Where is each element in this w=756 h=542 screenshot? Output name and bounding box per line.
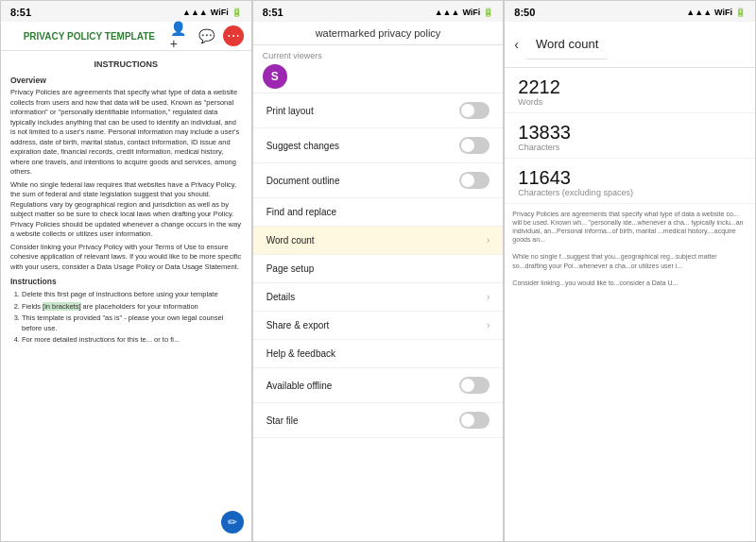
- edit-fab[interactable]: ✏: [221, 511, 244, 534]
- list-item: Fields [in brackets] are placeholders fo…: [22, 302, 242, 313]
- status-bar-1: 8:51 ▲▲▲ WiFi 🔋: [1, 1, 251, 22]
- menu-list: Print layout Suggest changes Document ou…: [253, 93, 504, 438]
- screen1-document: 8:51 ▲▲▲ WiFi 🔋 PRIVACY POLICY TEMPLATE …: [0, 0, 252, 542]
- viewer-avatar: S: [263, 64, 287, 89]
- menu-label: Share & export: [266, 320, 330, 330]
- doc-outline-toggle[interactable]: [459, 172, 490, 189]
- words-count: 2212: [518, 77, 742, 96]
- menu-item-doc-outline[interactable]: Document outline: [253, 163, 504, 198]
- wordcount-title: Word count: [526, 29, 608, 59]
- menu-label: Document outline: [266, 176, 340, 186]
- status-bar-2: 8:51 ▲▲▲ WiFi 🔋: [253, 1, 504, 22]
- menu-item-find-replace[interactable]: Find and replace: [253, 198, 504, 227]
- screen2-menu: 8:51 ▲▲▲ WiFi 🔋 watermarked privacy poli…: [252, 0, 505, 542]
- battery-icon-3: 🔋: [735, 8, 746, 17]
- chars-no-spaces-count: 11643: [518, 168, 742, 187]
- instructions-list: Delete this first page of instructions b…: [10, 290, 242, 346]
- screen3-wordcount: 8:50 ▲▲▲ WiFi 🔋 ‹ Word count 2212 Words …: [504, 0, 756, 542]
- menu-item-print-layout[interactable]: Print layout: [253, 93, 504, 128]
- doc-preview: Privacy Policies are agreements that spe…: [505, 204, 755, 541]
- time-3: 8:50: [514, 7, 535, 18]
- doc-title: PRIVACY POLICY TEMPLATE: [9, 31, 170, 42]
- wifi-icon: WiFi: [211, 8, 229, 17]
- menu-label: Suggest changes: [266, 141, 339, 151]
- menu-label: Word count: [266, 235, 315, 246]
- chevron-icon-3: ›: [487, 320, 490, 330]
- chars-label: Characters: [518, 143, 742, 152]
- comment-icon[interactable]: 💬: [197, 25, 217, 46]
- suggest-changes-toggle[interactable]: [459, 137, 490, 154]
- time-1: 8:51: [10, 7, 31, 18]
- status-bar-3: 8:50 ▲▲▲ WiFi 🔋: [505, 1, 755, 22]
- list-item: This template is provided "as is" - plea…: [22, 313, 242, 333]
- menu-label: Star file: [266, 415, 299, 426]
- wifi-icon-3: WiFi: [714, 8, 732, 17]
- menu-label: Find and replace: [266, 207, 337, 217]
- chars-no-spaces-label: Characters (excluding spaces): [518, 188, 742, 197]
- doc-heading: INSTRUCTIONS: [10, 59, 242, 71]
- para3: Consider linking your Privacy Policy wit…: [10, 243, 242, 273]
- toolbar-icons: 👤+ 💬 ⋯: [170, 25, 244, 46]
- chevron-icon-2: ›: [487, 292, 490, 302]
- menu-item-help[interactable]: Help & feedback: [253, 340, 504, 368]
- menu-doc-title: watermarked privacy policy: [253, 22, 504, 45]
- words-label: Words: [518, 97, 742, 107]
- overview-heading: Overview: [10, 76, 242, 87]
- chars-count: 13833: [518, 123, 742, 142]
- wordcount-header: ‹ Word count: [505, 22, 755, 68]
- highlight-text: [in brackets]: [43, 302, 80, 311]
- list-item: For more detailed instructions for this …: [22, 335, 242, 346]
- chevron-icon: ›: [487, 235, 490, 246]
- doc-content: INSTRUCTIONS Overview Privacy Policies a…: [1, 51, 251, 541]
- list-item: Delete this first page of instructions b…: [22, 290, 242, 300]
- menu-label: Details: [266, 292, 296, 302]
- status-icons-1: ▲▲▲ WiFi 🔋: [182, 8, 242, 17]
- battery-icon: 🔋: [232, 8, 242, 17]
- para2: While no single federal law requires tha…: [10, 180, 242, 240]
- chars-no-spaces-stat: 11643 Characters (excluding spaces): [505, 159, 755, 204]
- status-icons-2: ▲▲▲ WiFi 🔋: [435, 8, 494, 17]
- instructions-heading: Instructions: [10, 277, 242, 288]
- star-toggle[interactable]: [459, 412, 490, 429]
- time-2: 8:51: [263, 7, 284, 18]
- more-icon[interactable]: ⋯: [223, 25, 244, 46]
- signal-icon-3: ▲▲▲: [686, 8, 712, 17]
- status-icons-3: ▲▲▲ WiFi 🔋: [686, 8, 746, 17]
- signal-icon-2: ▲▲▲: [435, 8, 460, 17]
- menu-item-star[interactable]: Star file: [253, 403, 504, 438]
- menu-label: Help & feedback: [266, 348, 335, 359]
- viewers-label: Current viewers: [263, 51, 322, 60]
- back-button[interactable]: ‹: [514, 37, 519, 52]
- menu-item-suggest-changes[interactable]: Suggest changes: [253, 128, 504, 163]
- print-layout-toggle[interactable]: [459, 102, 490, 119]
- signal-icon: ▲▲▲: [182, 8, 208, 17]
- chars-stat: 13833 Characters: [505, 113, 755, 159]
- offline-toggle[interactable]: [459, 377, 490, 394]
- menu-item-share-export[interactable]: Share & export ›: [253, 312, 504, 340]
- menu-label: Page setup: [266, 263, 315, 274]
- menu-item-word-count[interactable]: Word count ›: [253, 227, 504, 255]
- menu-item-page-setup[interactable]: Page setup: [253, 255, 504, 283]
- menu-item-offline[interactable]: Available offline: [253, 368, 504, 403]
- viewers-section: Current viewers S: [253, 45, 504, 93]
- overview-text: Privacy Policies are agreements that spe…: [10, 88, 242, 178]
- words-stat: 2212 Words: [505, 68, 755, 113]
- menu-label: Available offline: [266, 381, 333, 391]
- battery-icon-2: 🔋: [483, 8, 493, 17]
- person-add-icon[interactable]: 👤+: [170, 25, 191, 46]
- viewer-initial: S: [271, 70, 279, 83]
- toolbar-1: PRIVACY POLICY TEMPLATE 👤+ 💬 ⋯: [1, 22, 251, 51]
- menu-label: Print layout: [266, 106, 314, 116]
- menu-item-details[interactable]: Details ›: [253, 283, 504, 312]
- doc-preview-text: Privacy Policies are agreements that spe…: [512, 210, 747, 287]
- wifi-icon-2: WiFi: [462, 8, 480, 17]
